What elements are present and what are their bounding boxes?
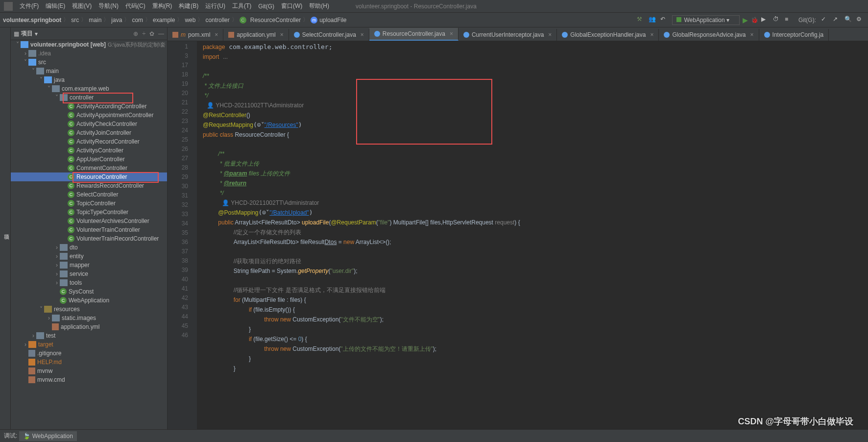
toolbar-actions: ⚒ 👥 ↶ WebApplication ▾ ▶ 🐞 ▶ ⏱ ■ Git(G):… xyxy=(637,15,865,25)
debug-button[interactable]: 🐞 xyxy=(751,17,758,24)
tab-resource[interactable]: ResourceController.java× xyxy=(369,28,458,41)
run-button[interactable]: ▶ xyxy=(743,16,748,24)
close-icon[interactable]: × xyxy=(650,31,653,38)
debug-label: 调试: xyxy=(4,432,17,440)
tree-controller-folder[interactable]: ˅controller xyxy=(11,93,167,102)
close-icon[interactable]: × xyxy=(215,31,218,38)
crumb-method[interactable]: uploadFile xyxy=(319,17,346,24)
dropdown-icon[interactable]: ▾ xyxy=(35,30,38,37)
close-icon[interactable]: × xyxy=(548,31,552,38)
menu-code[interactable]: 代码(C) xyxy=(122,0,148,12)
project-panel-icon: ▦ xyxy=(14,30,19,37)
crumb-project[interactable]: volunteer.springboot xyxy=(3,17,61,24)
menu-bar: 文件(F) 编辑(E) 视图(V) 导航(N) 代码(C) 重构(R) 构建(B… xyxy=(0,0,868,13)
project-panel-header: ▦ 项目 ▾ ⊕ ÷ ✿ — xyxy=(11,27,167,40)
watermark: CSDN @字母哥带小白做毕设 xyxy=(738,416,853,427)
close-icon[interactable]: × xyxy=(750,31,754,38)
close-icon[interactable]: × xyxy=(280,31,284,38)
menu-git[interactable]: Git(G) xyxy=(255,1,277,11)
menu-build[interactable]: 构建(B) xyxy=(176,0,201,12)
code-content[interactable]: package com.example.web.controller; impo… xyxy=(197,41,868,429)
search-icon[interactable]: 🔍 xyxy=(844,16,853,25)
git-push-icon[interactable]: ↗ xyxy=(833,16,842,25)
menu-view[interactable]: 视图(V) xyxy=(69,0,95,12)
gear-icon[interactable]: ✿ xyxy=(149,30,154,37)
stop-icon[interactable]: ■ xyxy=(785,16,794,25)
tab-appyml[interactable]: application.yml× xyxy=(223,29,289,41)
tab-select[interactable]: SelectController.java× xyxy=(289,29,369,41)
hammer-icon[interactable]: ⚒ xyxy=(637,16,646,25)
expand-icon[interactable]: ÷ xyxy=(142,30,145,37)
tree-resourcecontroller[interactable]: CResourceController xyxy=(11,172,167,181)
tab-interceptor[interactable]: CurrentUserInterceptor.java× xyxy=(458,29,557,41)
close-icon[interactable]: × xyxy=(450,30,453,37)
class-icon: C xyxy=(240,17,246,24)
menu-help[interactable]: 帮助(H) xyxy=(306,0,332,12)
status-tab-webapp[interactable]: 🍃 WebApplication xyxy=(19,431,77,441)
project-tree[interactable]: ˅volunteer.springboot [web]G:\java系列\我的定… xyxy=(11,40,167,429)
crumb-class[interactable]: ResourceController xyxy=(250,17,301,24)
menu-run[interactable]: 运行(U) xyxy=(202,0,228,12)
hide-icon[interactable]: — xyxy=(158,30,164,37)
editor-area: m pom.xml× application.yml× SelectContro… xyxy=(168,27,868,429)
breadcrumb: volunteer.springboot〉 src〉 main〉 java〉 c… xyxy=(3,16,637,24)
git-label: Git(G): xyxy=(796,17,818,24)
menu-tools[interactable]: 工具(T) xyxy=(229,0,254,12)
coverage-icon[interactable]: ▶ xyxy=(761,16,770,25)
app-logo xyxy=(4,2,13,11)
profile-icon[interactable]: ⏱ xyxy=(773,16,782,25)
back-icon[interactable]: ↶ xyxy=(660,16,669,25)
users-icon[interactable]: 👥 xyxy=(649,16,657,25)
crumb-java[interactable]: java xyxy=(111,17,122,24)
project-sidebar: ▦ 项目 ▾ ⊕ ÷ ✿ — ˅volunteer.springboot [we… xyxy=(11,27,168,429)
git-update-icon[interactable]: ✓ xyxy=(821,16,830,25)
tab-exception[interactable]: GlobalExceptionHandler.java× xyxy=(557,29,659,41)
tab-advice[interactable]: GlobalResponseAdvice.java× xyxy=(659,29,759,41)
menu-navigate[interactable]: 导航(N) xyxy=(96,0,121,12)
tab-pom[interactable]: m pom.xml× xyxy=(168,29,223,41)
crumb-com[interactable]: com xyxy=(132,17,143,24)
window-title: volunteer.springboot - ResourceControlle… xyxy=(353,1,480,11)
crumb-src[interactable]: src xyxy=(71,17,79,24)
crumb-controller[interactable]: controller xyxy=(205,17,229,24)
settings-icon[interactable]: ⚙ xyxy=(856,16,865,25)
crumb-main[interactable]: main xyxy=(89,17,101,24)
toolbar: volunteer.springboot〉 src〉 main〉 java〉 c… xyxy=(0,13,868,27)
menu-window[interactable]: 窗口(W) xyxy=(278,0,305,12)
tab-config[interactable]: InterceptorConfig.ja xyxy=(759,29,829,41)
status-bar: 调试: 🍃 WebApplication xyxy=(0,429,868,442)
menu-file[interactable]: 文件(F) xyxy=(17,0,42,12)
code-editor[interactable]: 1317181920212223242526272829303132333435… xyxy=(168,41,868,429)
close-icon[interactable]: × xyxy=(361,31,364,38)
crumb-example[interactable]: example xyxy=(153,17,175,24)
left-tool-strip[interactable]: 项目 xyxy=(0,27,11,429)
method-icon: m xyxy=(311,17,317,24)
select-opened-icon[interactable]: ⊕ xyxy=(133,30,138,37)
gutter: 1317181920212223242526272829303132333435… xyxy=(168,41,197,429)
crumb-web[interactable]: web xyxy=(185,17,195,24)
menu-edit[interactable]: 编辑(E) xyxy=(43,0,68,12)
menu-refactor[interactable]: 重构(R) xyxy=(149,0,175,12)
editor-tabs: m pom.xml× application.yml× SelectContro… xyxy=(168,27,868,41)
run-configuration-select[interactable]: WebApplication ▾ xyxy=(672,15,740,25)
project-panel-title[interactable]: 项目 xyxy=(21,29,33,38)
